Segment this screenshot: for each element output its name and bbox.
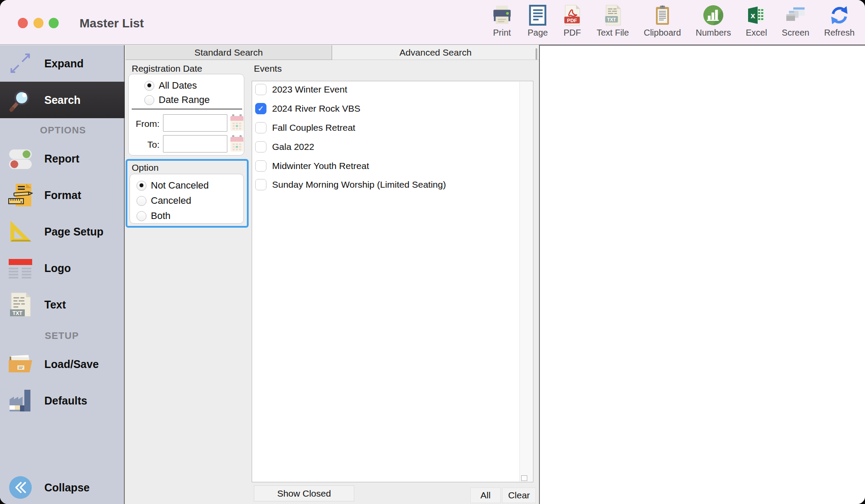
- sidebar-item-label: Format: [44, 189, 81, 202]
- radio-not-canceled[interactable]: Not Canceled: [136, 180, 209, 191]
- sidebar-item-report[interactable]: Report: [0, 140, 125, 177]
- logo-icon: [8, 255, 33, 281]
- report-toggles-icon: [8, 146, 33, 171]
- event-row[interactable]: 2024 River Rock VBS: [252, 100, 513, 117]
- from-calendar-button[interactable]: [230, 114, 244, 132]
- sidebar-item-logo[interactable]: Logo: [0, 250, 125, 286]
- checkbox-unchecked-icon[interactable]: [255, 141, 266, 153]
- close-window-button[interactable]: [18, 18, 28, 28]
- event-row[interactable]: Midwinter Youth Retreat: [252, 158, 513, 174]
- pdf-button[interactable]: PDF PDF: [562, 4, 582, 38]
- event-label: 2023 Winter Event: [272, 84, 347, 95]
- event-label: Fall Couples Retreat: [272, 123, 355, 133]
- zoom-window-button[interactable]: [49, 18, 59, 28]
- panel-scrollbar-thumb[interactable]: [536, 48, 537, 60]
- print-label: Print: [493, 28, 511, 38]
- sidebar-item-format[interactable]: Format: [0, 177, 125, 213]
- print-button[interactable]: Print: [491, 4, 513, 38]
- event-label: 2024 River Rock VBS: [272, 103, 360, 114]
- search-panel: Standard Search Advanced Search Registra…: [126, 45, 539, 504]
- radio-both[interactable]: Both: [136, 210, 170, 222]
- sidebar-item-defaults[interactable]: Defaults: [0, 382, 125, 419]
- radio-unselected-icon[interactable]: [144, 95, 154, 105]
- toolbar: Print Page: [491, 4, 855, 38]
- select-all-button[interactable]: All: [470, 487, 501, 503]
- svg-text:TXT: TXT: [607, 17, 616, 22]
- sidebar-item-expand[interactable]: Expand: [0, 45, 125, 82]
- sidebar-item-text[interactable]: TXT Text: [0, 286, 125, 323]
- clear-selection-button[interactable]: Clear: [502, 487, 536, 503]
- page-button[interactable]: Page: [528, 4, 548, 38]
- checkbox-unchecked-icon[interactable]: [255, 160, 266, 172]
- numbers-button[interactable]: Numbers: [696, 4, 731, 38]
- radio-selected-icon[interactable]: [144, 81, 154, 91]
- minimize-window-button[interactable]: [33, 18, 43, 28]
- sidebar-item-collapse[interactable]: Collapse: [0, 469, 125, 504]
- from-date-input[interactable]: [163, 114, 227, 132]
- checkbox-unchecked-icon[interactable]: [255, 122, 266, 133]
- collapse-icon: [8, 475, 33, 500]
- screen-button[interactable]: Screen: [782, 4, 809, 38]
- sidebar-item-label: Load/Save: [44, 358, 99, 371]
- text-file-icon: TXT: [603, 4, 622, 27]
- svg-text:PDF: PDF: [567, 18, 577, 23]
- refresh-label: Refresh: [824, 28, 855, 38]
- numbers-label: Numbers: [696, 28, 731, 38]
- tab-label: Standard Search: [194, 47, 263, 58]
- folder-icon: [8, 351, 33, 377]
- checkbox-checked-icon[interactable]: [255, 103, 266, 114]
- excel-button[interactable]: x Excel: [746, 4, 767, 38]
- events-scrollbar-track[interactable]: [519, 82, 532, 481]
- sidebar-item-load-save[interactable]: Load/Save: [0, 346, 125, 382]
- factory-icon: [8, 388, 33, 413]
- radio-canceled[interactable]: Canceled: [136, 195, 191, 206]
- calendar-icon: [230, 135, 244, 153]
- svg-text:TXT: TXT: [13, 310, 23, 316]
- scrollbar-corner: [521, 475, 527, 481]
- printer-icon: [491, 4, 513, 27]
- event-row[interactable]: 2023 Winter Event: [252, 81, 513, 98]
- radio-unselected-icon[interactable]: [136, 211, 146, 221]
- from-label: From:: [132, 119, 160, 129]
- button-label: Show Closed: [277, 488, 331, 499]
- option-title: Option: [132, 162, 159, 173]
- event-label: Midwinter Youth Retreat: [272, 161, 369, 171]
- events-list: 2023 Winter Event 2024 River Rock VBS Fa…: [252, 81, 533, 482]
- excel-icon: x: [746, 4, 767, 27]
- calendar-icon: [230, 114, 244, 132]
- to-date-input[interactable]: [163, 135, 227, 153]
- format-icon: [8, 182, 33, 208]
- text-file-button[interactable]: TXT Text File: [596, 4, 629, 38]
- radio-selected-icon[interactable]: [136, 181, 146, 191]
- event-row[interactable]: Fall Couples Retreat: [252, 119, 513, 136]
- clipboard-button[interactable]: Clipboard: [644, 4, 681, 38]
- checkbox-unchecked-icon[interactable]: [255, 84, 266, 95]
- sidebar-section-options: OPTIONS: [40, 125, 86, 136]
- radio-all-dates[interactable]: All Dates: [144, 80, 197, 91]
- to-calendar-button[interactable]: [230, 135, 244, 153]
- sidebar-item-page-setup[interactable]: Page Setup: [0, 213, 125, 250]
- window-title: Master List: [80, 17, 144, 30]
- sidebar-item-label: Defaults: [44, 395, 87, 407]
- txt-file-icon: TXT: [8, 292, 33, 317]
- tab-standard-search[interactable]: Standard Search: [126, 45, 332, 60]
- svg-text:x: x: [751, 11, 755, 20]
- sidebar-item-label: Expand: [44, 57, 83, 70]
- event-row[interactable]: Gala 2022: [252, 139, 513, 155]
- pdf-icon: PDF: [562, 4, 582, 27]
- sidebar-item-label: Text: [44, 298, 66, 311]
- set-square-icon: [8, 219, 33, 244]
- radio-date-range[interactable]: Date Range: [144, 94, 210, 106]
- show-closed-button[interactable]: Show Closed: [254, 485, 354, 501]
- tab-advanced-search[interactable]: Advanced Search: [332, 45, 539, 60]
- radio-unselected-icon[interactable]: [136, 196, 146, 206]
- app-window: Master List Print: [0, 0, 865, 504]
- radio-label: Not Canceled: [151, 180, 209, 191]
- text-file-label: Text File: [596, 28, 629, 38]
- event-row[interactable]: Sunday Morning Worship (Limited Seating): [252, 176, 513, 193]
- refresh-button[interactable]: Refresh: [824, 4, 855, 38]
- sidebar-item-label: Page Setup: [44, 225, 103, 238]
- checkbox-unchecked-icon[interactable]: [255, 179, 266, 190]
- sidebar-item-search[interactable]: Search: [0, 82, 125, 118]
- option-group-focus-ring: Option Not Canceled Canceled Both: [126, 159, 249, 228]
